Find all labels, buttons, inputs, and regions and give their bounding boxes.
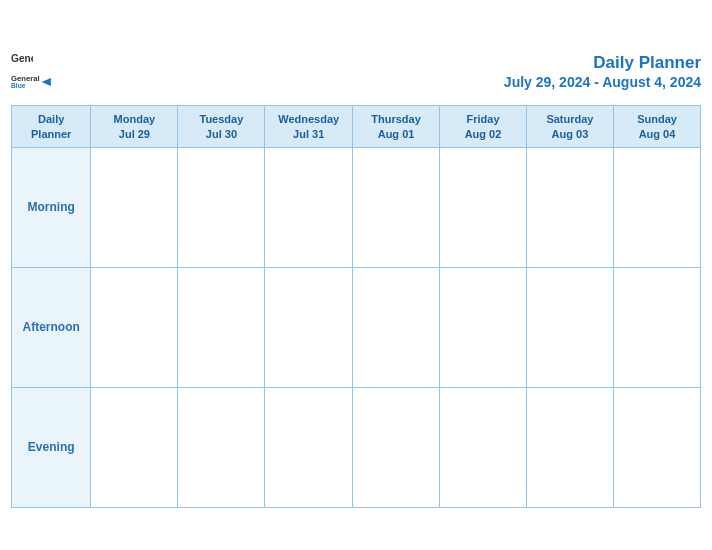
afternoon-label: Afternoon xyxy=(23,320,80,334)
th-friday: Friday Aug 02 xyxy=(440,106,527,148)
cell-saturday-evening[interactable] xyxy=(526,387,613,507)
date-range: July 29, 2024 - August 4, 2024 xyxy=(504,74,701,90)
cell-monday-morning[interactable] xyxy=(91,147,178,267)
th-thursday: Thursday Aug 01 xyxy=(352,106,439,148)
generalblue-logo-icon: General xyxy=(11,52,33,66)
table-row-evening: Evening xyxy=(12,387,701,507)
cell-saturday-morning[interactable] xyxy=(526,147,613,267)
cell-thursday-afternoon[interactable] xyxy=(352,267,439,387)
th-tuesday-date: Jul 30 xyxy=(206,128,237,140)
table-row-morning: Morning xyxy=(12,147,701,267)
logo-area: General General Blue xyxy=(11,52,57,97)
cell-sunday-afternoon[interactable] xyxy=(614,267,701,387)
cell-sunday-evening[interactable] xyxy=(614,387,701,507)
page-container: General General Blue Daily Planner July … xyxy=(11,42,701,508)
th-friday-day: Friday xyxy=(467,113,500,125)
page-header: General General Blue Daily Planner July … xyxy=(11,42,701,105)
planner-title: Daily Planner xyxy=(504,52,701,74)
th-tuesday-day: Tuesday xyxy=(200,113,244,125)
th-monday: Monday Jul 29 xyxy=(91,106,178,148)
th-daily-label: DailyPlanner xyxy=(31,113,71,139)
svg-text:Blue: Blue xyxy=(11,82,26,89)
cell-friday-morning[interactable] xyxy=(440,147,527,267)
table-header-row: DailyPlanner Monday Jul 29 Tuesday Jul 3… xyxy=(12,106,701,148)
svg-text:General: General xyxy=(11,53,33,64)
th-tuesday: Tuesday Jul 30 xyxy=(178,106,265,148)
th-monday-day: Monday xyxy=(114,113,156,125)
cell-saturday-afternoon[interactable] xyxy=(526,267,613,387)
th-sunday-date: Aug 04 xyxy=(639,128,676,140)
th-friday-date: Aug 02 xyxy=(465,128,502,140)
cell-monday-evening[interactable] xyxy=(91,387,178,507)
table-row-afternoon: Afternoon xyxy=(12,267,701,387)
evening-label: Evening xyxy=(28,440,75,454)
cell-friday-afternoon[interactable] xyxy=(440,267,527,387)
cell-thursday-evening[interactable] xyxy=(352,387,439,507)
logo-text-row: General Blue xyxy=(11,67,57,97)
cell-tuesday-morning[interactable] xyxy=(178,147,265,267)
th-monday-date: Jul 29 xyxy=(119,128,150,140)
cell-tuesday-afternoon[interactable] xyxy=(178,267,265,387)
cell-wednesday-evening[interactable] xyxy=(265,387,353,507)
cell-sunday-morning[interactable] xyxy=(614,147,701,267)
planner-table: DailyPlanner Monday Jul 29 Tuesday Jul 3… xyxy=(11,105,701,508)
th-wednesday-day: Wednesday xyxy=(278,113,339,125)
title-area: Daily Planner July 29, 2024 - August 4, … xyxy=(504,52,701,90)
th-thursday-day: Thursday xyxy=(371,113,421,125)
cell-monday-afternoon[interactable] xyxy=(91,267,178,387)
th-saturday: Saturday Aug 03 xyxy=(526,106,613,148)
th-daily-planner: DailyPlanner xyxy=(12,106,91,148)
th-wednesday-date: Jul 31 xyxy=(293,128,324,140)
cell-tuesday-evening[interactable] xyxy=(178,387,265,507)
morning-label: Morning xyxy=(28,200,75,214)
th-saturday-day: Saturday xyxy=(546,113,593,125)
cell-friday-evening[interactable] xyxy=(440,387,527,507)
row-label-afternoon: Afternoon xyxy=(12,267,91,387)
th-thursday-date: Aug 01 xyxy=(378,128,415,140)
th-sunday-day: Sunday xyxy=(637,113,677,125)
row-label-morning: Morning xyxy=(12,147,91,267)
cell-wednesday-afternoon[interactable] xyxy=(265,267,353,387)
logo-svg: General Blue xyxy=(11,67,57,97)
cell-thursday-morning[interactable] xyxy=(352,147,439,267)
th-sunday: Sunday Aug 04 xyxy=(614,106,701,148)
cell-wednesday-morning[interactable] xyxy=(265,147,353,267)
th-saturday-date: Aug 03 xyxy=(552,128,589,140)
row-label-evening: Evening xyxy=(12,387,91,507)
th-wednesday: Wednesday Jul 31 xyxy=(265,106,353,148)
svg-marker-2 xyxy=(42,78,51,86)
